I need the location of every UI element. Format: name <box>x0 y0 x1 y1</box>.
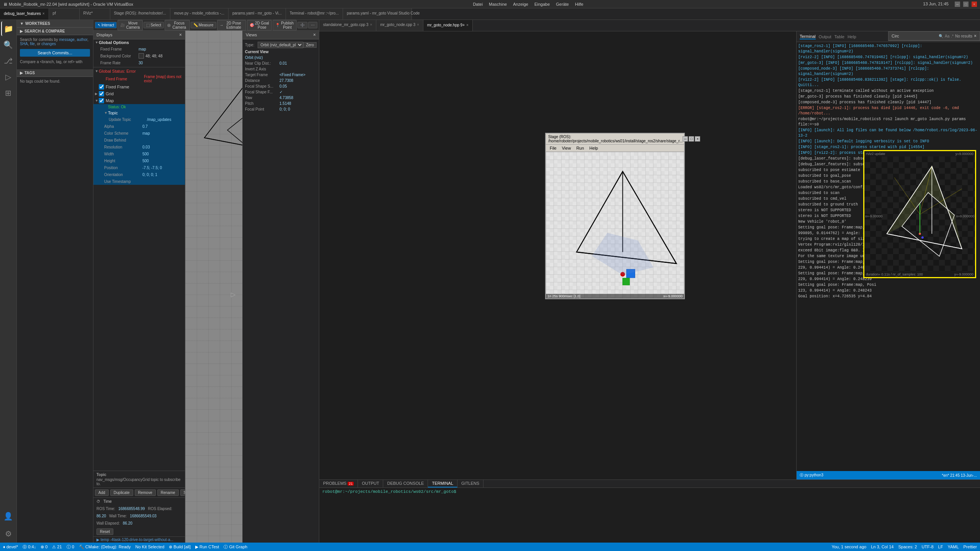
sync-status[interactable]: ⓪ 0:4↓ <box>23 544 36 550</box>
terminal-tab-problems[interactable]: PROBLEMS 21 <box>319 480 358 487</box>
build-status[interactable]: ⊗ Build [all] <box>169 544 191 549</box>
run-test[interactable]: ▶ Run CTest <box>195 544 219 549</box>
activity-files[interactable]: 📁 <box>1 21 16 36</box>
yellow-viewport[interactable]: x=-9.00000 x=9.000000 <box>864 156 975 272</box>
stage-minimize-button[interactable]: ─ <box>683 136 688 142</box>
activity-debug[interactable]: ▷ <box>1 70 16 84</box>
menu-geraete[interactable]: Geräte <box>554 2 571 7</box>
reset-button[interactable]: Reset <box>96 528 113 535</box>
log-tab-help[interactable]: Help <box>848 34 856 39</box>
rename-button[interactable]: Rename <box>157 489 179 496</box>
cmake-status[interactable]: 🔨 CMake: (Debug): Ready <box>79 544 131 549</box>
tab-terminal[interactable]: Terminal - robot@mr :~/pro... <box>286 8 343 20</box>
interact-button[interactable]: ↖ Interact <box>95 22 117 28</box>
zero-button[interactable]: Zero <box>303 42 317 48</box>
move-camera-button[interactable]: 🎥 Move Camera <box>118 20 143 31</box>
info-count[interactable]: ⓘ 0 <box>67 544 74 550</box>
type-select[interactable]: Orbit (rviz_default_pl <box>258 42 303 48</box>
fixed-frame-checkbox[interactable] <box>99 84 104 90</box>
circ-close-icon[interactable]: × <box>974 33 977 39</box>
log-tab-terminal[interactable]: Terminal <box>800 34 816 39</box>
editor-tab-hpp[interactable]: mr_goto_node.hpp 9+ × <box>423 20 473 31</box>
sha-link[interactable]: SHA <box>20 42 28 46</box>
warning-count[interactable]: ⚠ 21 <box>52 544 62 549</box>
author-link[interactable]: author <box>77 37 87 42</box>
stage-maximize-button[interactable]: □ <box>689 136 694 142</box>
error-count[interactable]: ⊗ 0 <box>41 544 47 549</box>
tab-close-icon[interactable]: × <box>370 23 372 27</box>
language[interactable]: YAML <box>947 544 959 549</box>
global-options-item[interactable]: ▼ Global Options <box>93 39 185 46</box>
activity-extensions[interactable]: ⊞ <box>1 86 16 100</box>
worktrees-section[interactable]: ▼ WORKTREES <box>17 20 93 28</box>
add-display-button[interactable]: ➕ <box>297 22 307 28</box>
log-tab-output[interactable]: Output <box>819 34 831 39</box>
menu-hilfe[interactable]: Hilfe <box>573 2 586 7</box>
topic-tree-item[interactable]: ▼ Topic <box>93 110 185 116</box>
line-ending[interactable]: LF <box>938 544 943 549</box>
tab-params[interactable]: params.yaml - mr_goto - Vi... <box>229 8 286 20</box>
file-link[interactable]: file <box>30 42 35 46</box>
line-col[interactable]: Ln 3, Col 14 <box>871 544 893 549</box>
stage-menu-file[interactable]: File <box>547 145 559 151</box>
tab-move[interactable]: move.py - mobile_robotics -... <box>170 8 229 20</box>
tab-close-icon[interactable]: × <box>42 11 45 16</box>
terminal-tab-output[interactable]: OUTPUT <box>358 480 383 487</box>
map-checkbox[interactable] <box>99 98 104 103</box>
stage-menu-run[interactable]: Run <box>574 145 586 151</box>
git-branch[interactable]: ♦ devel* <box>3 544 18 549</box>
status-ok-item[interactable]: Status: Ok <box>93 104 185 110</box>
stage-viewport[interactable]: 1n 25s 900msec [1,0] x=-9.000000 <box>546 152 684 298</box>
log-tab-table[interactable]: Table <box>835 34 844 39</box>
tab-params2[interactable]: params.yaml - mr_goto Visual Studio Code <box>343 8 412 20</box>
terminal-tab-debug[interactable]: DEBUG CONSOLE <box>383 480 428 487</box>
menu-eingabe[interactable]: Eingabe <box>532 2 552 7</box>
tab-stage[interactable]: Stage (ROS): /home/roboter/... <box>110 8 170 20</box>
bg-color-swatch[interactable] <box>139 53 144 59</box>
search-compare-section[interactable]: ▶ SEARCH & COMPARE <box>17 28 93 35</box>
tab-close-icon[interactable]: × <box>466 23 469 27</box>
kit-status[interactable]: No Kit Selected <box>135 544 164 549</box>
terminal-tab-terminal[interactable]: TERMINAL <box>428 480 457 487</box>
terminal-content[interactable]: robot@mr:~/projects/mobile_robotics/ws02… <box>319 488 980 526</box>
remove-button[interactable]: Remove <box>135 489 156 496</box>
tags-section[interactable]: ▶ TAGS <box>17 69 93 77</box>
message-link[interactable]: message <box>59 37 75 42</box>
menu-anzeige[interactable]: Anzeige <box>511 2 531 7</box>
git-graph[interactable]: ⓘ Git Graph <box>224 544 247 550</box>
activity-git[interactable]: ⎇ <box>1 54 16 68</box>
global-status-item[interactable]: ▼ Global Status: Error <box>93 68 185 74</box>
changes-link[interactable]: changes <box>41 42 56 46</box>
grid-checkbox[interactable] <box>99 91 104 96</box>
terminal-tab-gitlens[interactable]: GITLENS <box>457 480 483 487</box>
measure-button[interactable]: 📏 Measure <box>191 22 216 28</box>
add-button[interactable]: Add <box>95 489 109 496</box>
select-button[interactable]: ⬚ Select <box>144 22 164 28</box>
close-button[interactable]: × <box>972 2 977 7</box>
tab-debug-laser[interactable]: debug_laser_features × <box>0 8 49 20</box>
stage-close-button[interactable]: × <box>695 136 700 142</box>
menu-datei[interactable]: Datei <box>470 2 485 7</box>
search-commits-button[interactable]: Search Commits... <box>20 49 90 57</box>
activity-accounts[interactable]: 👤 <box>1 509 16 523</box>
pose-estimate-button[interactable]: → 2D Pose Estimate <box>217 20 246 31</box>
fixed-frame-tree-item[interactable]: Fixed Frame <box>93 83 185 90</box>
goal-pose-button[interactable]: 🎯 2D Goal Pose <box>247 20 272 31</box>
duplicate-button[interactable]: Duplicate <box>110 489 133 496</box>
encoding[interactable]: UTF-8 <box>921 544 933 549</box>
tab-rviz[interactable]: RViz* <box>80 8 110 20</box>
tab-pf[interactable]: pf <box>49 8 80 20</box>
formatter[interactable]: Prettier <box>964 544 977 549</box>
maximize-button[interactable]: □ <box>963 2 969 7</box>
stage-menu-help[interactable]: Help <box>587 145 601 151</box>
more-options-button[interactable]: ⋯ <box>308 22 317 28</box>
map-tree-item[interactable]: ▼ Map <box>93 97 185 104</box>
menu-maschine[interactable]: Maschine <box>487 2 509 7</box>
rviz-viewport[interactable]: ▷ <box>185 31 242 543</box>
displays-close-icon[interactable]: × <box>179 32 182 37</box>
spaces[interactable]: Spaces: 2 <box>898 544 917 549</box>
editor-tab-standalone[interactable]: standalone_mr_goto.cpp 3 × <box>319 20 376 31</box>
stage-menu-view[interactable]: View <box>560 145 573 151</box>
editor-tab-node[interactable]: mr_goto_node.cpp 3 × <box>376 20 423 31</box>
publish-point-button[interactable]: 📍 Publish Point <box>273 20 297 31</box>
